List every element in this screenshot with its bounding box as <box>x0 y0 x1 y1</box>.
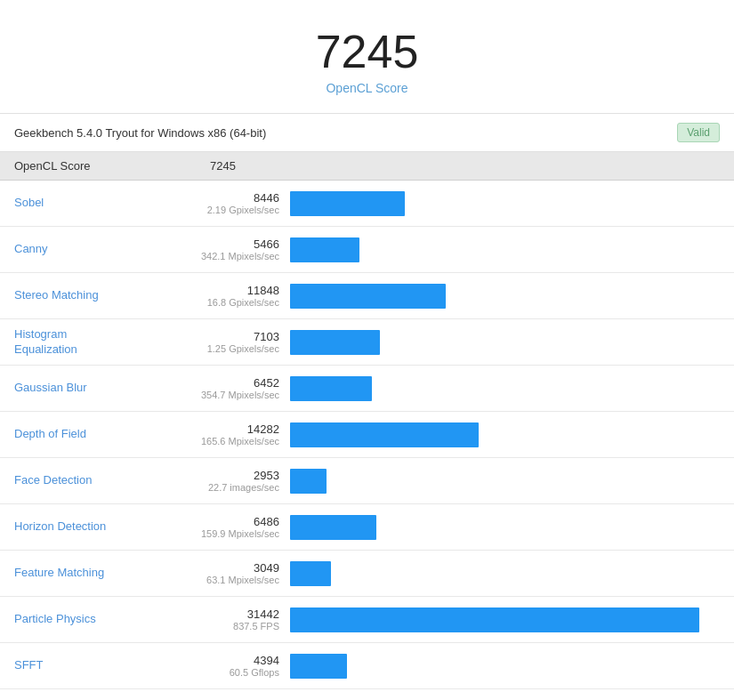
benchmark-row: Depth of Field14282165.6 Mpixels/sec <box>0 412 734 458</box>
bar-container <box>290 560 720 587</box>
score-summary-row: OpenCL Score 7245 <box>0 152 734 181</box>
bar <box>290 330 380 355</box>
benchmark-numbers: 6486159.9 Mpixels/sec <box>174 515 290 539</box>
benchmark-score: 6452 <box>174 376 279 390</box>
benchmark-score: 14282 <box>174 422 279 436</box>
benchmark-unit: 22.7 images/sec <box>174 482 279 493</box>
bar <box>290 237 359 262</box>
benchmark-unit: 1.25 Gpixels/sec <box>174 343 279 354</box>
benchmark-score: 6486 <box>174 515 279 528</box>
bar <box>290 376 372 401</box>
main-score: 7245 <box>18 27 716 77</box>
benchmark-row: Histogram Equalization71031.25 Gpixels/s… <box>0 319 734 366</box>
benchmark-name[interactable]: Depth of Field <box>14 427 174 442</box>
header-section: 7245 OpenCL Score <box>0 0 734 114</box>
bar-container <box>290 468 720 495</box>
benchmark-name[interactable]: Face Detection <box>14 473 174 488</box>
benchmark-unit: 837.5 FPS <box>174 621 279 632</box>
benchmark-score: 3049 <box>174 561 279 575</box>
benchmark-numbers: 31442837.5 FPS <box>174 607 290 632</box>
bar-container <box>290 653 720 680</box>
benchmark-score: 5466 <box>174 237 279 251</box>
benchmark-score: 7103 <box>174 330 279 343</box>
benchmark-unit: 342.1 Mpixels/sec <box>174 251 279 261</box>
benchmark-row: Particle Physics31442837.5 FPS <box>0 597 734 643</box>
bar <box>290 191 405 216</box>
bar <box>290 515 376 540</box>
benchmark-name[interactable]: Sobel <box>14 196 174 211</box>
bar-container <box>290 329 720 356</box>
benchmark-score: 4394 <box>174 654 279 667</box>
benchmark-numbers: 304963.1 Mpixels/sec <box>174 561 290 585</box>
benchmark-numbers: 1184816.8 Gpixels/sec <box>174 284 290 308</box>
benchmark-numbers: 14282165.6 Mpixels/sec <box>174 422 290 447</box>
benchmark-unit: 16.8 Gpixels/sec <box>174 297 279 308</box>
benchmark-unit: 159.9 Mpixels/sec <box>174 528 279 539</box>
benchmark-numbers: 84462.19 Gpixels/sec <box>174 191 290 215</box>
bar-container <box>290 237 720 263</box>
benchmark-score: 2953 <box>174 469 279 482</box>
bar-container <box>290 283 720 310</box>
benchmark-name[interactable]: Feature Matching <box>14 566 174 581</box>
benchmark-unit: 165.6 Mpixels/sec <box>174 436 279 447</box>
benchmark-row: SFFT439460.5 Gflops <box>0 643 734 689</box>
benchmark-row: Face Detection295322.7 images/sec <box>0 458 734 504</box>
benchmark-name[interactable]: Histogram Equalization <box>14 327 174 358</box>
bar-container <box>290 422 720 448</box>
bar-container <box>290 375 720 402</box>
valid-badge: Valid <box>677 123 720 142</box>
benchmark-numbers: 5466342.1 Mpixels/sec <box>174 237 290 261</box>
score-label: OpenCL Score <box>18 81 716 95</box>
benchmark-score: 8446 <box>174 191 279 205</box>
bar-container <box>290 607 720 633</box>
bar <box>290 607 699 632</box>
benchmark-unit: 60.5 Gflops <box>174 667 279 678</box>
benchmark-unit: 63.1 Mpixels/sec <box>174 575 279 585</box>
benchmark-row: Feature Matching304963.1 Mpixels/sec <box>0 551 734 597</box>
benchmark-name[interactable]: SFFT <box>14 658 174 673</box>
benchmark-name[interactable]: Particle Physics <box>14 612 174 627</box>
benchmark-name[interactable]: Gaussian Blur <box>14 381 174 396</box>
bar <box>290 561 331 586</box>
bar-container <box>290 190 720 217</box>
benchmark-row: Sobel84462.19 Gpixels/sec <box>0 181 734 227</box>
benchmark-row: Stereo Matching1184816.8 Gpixels/sec <box>0 273 734 319</box>
benchmark-score: 11848 <box>174 284 279 297</box>
benchmark-numbers: 71031.25 Gpixels/sec <box>174 330 290 354</box>
benchmark-name[interactable]: Horizon Detection <box>14 519 174 535</box>
benchmark-row: Canny5466342.1 Mpixels/sec <box>0 227 734 273</box>
info-bar: Geekbench 5.4.0 Tryout for Windows x86 (… <box>0 114 734 152</box>
benchmark-row: Gaussian Blur6452354.7 Mpixels/sec <box>0 366 734 412</box>
bar-container <box>290 514 720 541</box>
benchmark-numbers: 6452354.7 Mpixels/sec <box>174 376 290 400</box>
bar <box>290 284 446 309</box>
bar <box>290 654 347 679</box>
benchmark-name[interactable]: Canny <box>14 242 174 257</box>
bar <box>290 469 327 494</box>
benchmark-unit: 2.19 Gpixels/sec <box>174 205 279 215</box>
benchmark-list: Sobel84462.19 Gpixels/secCanny5466342.1 … <box>0 181 734 689</box>
benchmark-numbers: 439460.5 Gflops <box>174 654 290 678</box>
benchmark-numbers: 295322.7 images/sec <box>174 469 290 493</box>
info-text: Geekbench 5.4.0 Tryout for Windows x86 (… <box>14 126 266 140</box>
benchmark-name[interactable]: Stereo Matching <box>14 288 174 303</box>
benchmark-row: Horizon Detection6486159.9 Mpixels/sec <box>0 504 734 551</box>
score-row-label: OpenCL Score <box>14 159 210 173</box>
benchmark-score: 31442 <box>174 607 279 621</box>
score-row-value: 7245 <box>210 159 236 173</box>
bar <box>290 422 479 447</box>
benchmark-unit: 354.7 Mpixels/sec <box>174 390 279 400</box>
